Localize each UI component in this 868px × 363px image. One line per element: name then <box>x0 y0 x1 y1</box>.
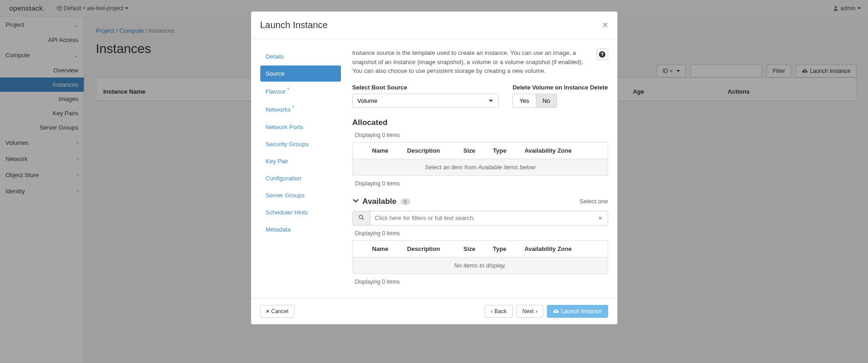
modal-title: Launch Instance <box>260 20 328 30</box>
boot-source-label: Select Boot Source <box>352 84 499 91</box>
available-heading: Available <box>363 197 397 206</box>
col-name[interactable]: Name <box>367 143 402 159</box>
step-key-pair[interactable]: Key Pair <box>260 153 341 169</box>
close-icon[interactable]: × <box>603 20 608 30</box>
required-icon: * <box>287 87 289 92</box>
svg-line-6 <box>362 218 364 220</box>
chevron-right-icon: › <box>535 308 537 315</box>
next-button[interactable]: Next › <box>516 305 544 318</box>
available-bottom-count: Displaying 0 items <box>355 279 608 285</box>
chevron-left-icon: ‹ <box>491 308 493 315</box>
col-az[interactable]: Availability Zone <box>519 241 593 257</box>
clear-search-icon[interactable]: × <box>593 211 608 225</box>
close-icon: × <box>266 308 270 315</box>
step-metadata[interactable]: Metadata <box>260 221 341 238</box>
back-button[interactable]: ‹ Back <box>485 305 513 318</box>
launch-button[interactable]: Launch Instance <box>547 305 608 318</box>
cancel-button[interactable]: × Cancel <box>260 305 294 318</box>
available-top-count: Displaying 0 items <box>355 230 608 237</box>
svg-point-5 <box>359 215 362 218</box>
select-one-text: Select one <box>580 198 608 205</box>
step-networks[interactable]: Networks * <box>260 101 341 118</box>
step-network-ports[interactable]: Network Ports <box>260 119 341 135</box>
step-security-groups[interactable]: Security Groups <box>260 136 341 152</box>
col-type[interactable]: Type <box>487 241 519 257</box>
allocated-bottom-count: Displaying 0 items <box>355 180 608 187</box>
delete-volume-label: Delete Volume on Instance Delete <box>512 84 608 91</box>
col-az[interactable]: Availability Zone <box>519 143 593 159</box>
step-details[interactable]: Details <box>260 48 341 65</box>
col-description[interactable]: Description <box>402 143 458 159</box>
delete-yes-button[interactable]: Yes <box>513 94 535 107</box>
available-empty: No items to display. <box>353 257 608 274</box>
col-size[interactable]: Size <box>458 241 487 257</box>
allocated-top-count: Displaying 0 items <box>355 132 608 138</box>
svg-text:?: ? <box>601 52 604 57</box>
available-table: Name Description Size Type Availability … <box>352 240 608 274</box>
col-name[interactable]: Name <box>367 241 402 257</box>
launch-instance-modal: Launch Instance × Details Source Flavour… <box>251 12 617 324</box>
step-flavour[interactable]: Flavour * <box>260 83 341 100</box>
search-row: × <box>352 211 608 226</box>
help-icon[interactable]: ? <box>597 48 608 60</box>
required-icon: * <box>292 105 294 110</box>
boot-source-select[interactable]: Volume <box>352 94 499 108</box>
cloud-upload-icon <box>553 308 559 315</box>
col-type[interactable]: Type <box>487 143 519 159</box>
wizard-steps: Details Source Flavour * Networks * Netw… <box>260 48 341 289</box>
col-description[interactable]: Description <box>402 241 458 257</box>
step-configuration[interactable]: Configuration <box>260 170 341 186</box>
help-text: Instance source is the template used to … <box>352 48 592 76</box>
delete-no-button[interactable]: No <box>536 94 557 107</box>
allocated-empty: Select an item from Available items belo… <box>353 159 608 175</box>
step-scheduler-hints[interactable]: Scheduler Hints <box>260 204 341 220</box>
collapse-icon[interactable] <box>352 197 359 205</box>
step-source[interactable]: Source <box>260 65 341 82</box>
available-count-badge: 0 <box>400 198 411 205</box>
col-size[interactable]: Size <box>458 143 487 159</box>
allocated-table: Name Description Size Type Availability … <box>352 142 608 176</box>
allocated-heading: Allocated <box>352 118 608 127</box>
search-input[interactable] <box>370 211 593 225</box>
modal-overlay: Launch Instance × Details Source Flavour… <box>0 0 868 363</box>
search-icon[interactable] <box>353 211 370 225</box>
delete-volume-toggle: Yes No <box>512 94 557 108</box>
step-server-groups[interactable]: Server Groups <box>260 187 341 203</box>
